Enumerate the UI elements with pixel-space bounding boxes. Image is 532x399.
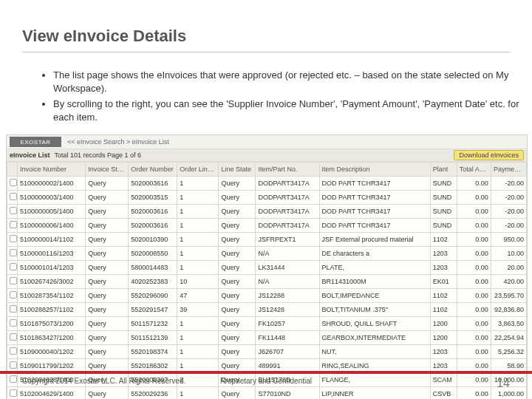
- cell-item: N/A: [256, 247, 319, 261]
- cell-total: 0.00: [457, 289, 491, 303]
- table-row[interactable]: 5100000005/1400Query50200036161QueryDODP…: [7, 205, 527, 219]
- col-invoice-state[interactable]: Invoice State: [86, 163, 129, 177]
- cell-plant: SUND: [430, 205, 457, 219]
- cell-line-state: Query: [219, 303, 256, 317]
- table-row[interactable]: 5100000116/1203Query50200085501QueryN/AD…: [7, 247, 527, 261]
- cell-order-number: 4020252383: [129, 275, 177, 289]
- cell-order-number: 5520296090: [129, 289, 177, 303]
- cell-invoice-state: Query: [86, 345, 129, 359]
- table-row[interactable]: 5101875073/1200Query50115712321QueryFK10…: [7, 317, 527, 331]
- cell-desc: BOLT,TITANIUM .375": [319, 303, 430, 317]
- col-invoice-number[interactable]: Invoice Number: [18, 163, 86, 177]
- row-expand-icon[interactable]: [7, 177, 18, 191]
- row-expand-icon[interactable]: [7, 289, 18, 303]
- cell-invoice-state: Query: [86, 191, 129, 205]
- col-line-state[interactable]: Line State: [219, 163, 256, 177]
- cell-total: 0.00: [457, 275, 491, 289]
- cell-total: 0.00: [457, 331, 491, 345]
- cell-item: FK10257: [256, 317, 319, 331]
- exostar-logo: EXOSTAR: [10, 137, 61, 147]
- cell-payment: 20.00: [491, 261, 526, 275]
- cell-desc: BOLT,IMPEDANCE: [319, 289, 430, 303]
- breadcrumb[interactable]: << eInvoice Search > eInvoice List: [67, 138, 169, 146]
- cell-order-number: 5520291547: [129, 303, 177, 317]
- cell-invoice-number: 5100000014/1102: [18, 233, 86, 247]
- cell-plant: SUND: [430, 191, 457, 205]
- table-row[interactable]: 5100000014/1102Query50200103901QueryJSFR…: [7, 233, 527, 247]
- cell-plant: SUND: [430, 177, 457, 191]
- row-expand-icon[interactable]: [7, 247, 18, 261]
- cell-order-line-id: 1: [177, 247, 219, 261]
- table-row[interactable]: 5100000006/1400Query50200036161QueryDODP…: [7, 219, 527, 233]
- col-order-line-id[interactable]: Order Line ID: [177, 163, 219, 177]
- cell-desc: PLATE,: [319, 261, 430, 275]
- cell-invoice-number: 5100267426/3002: [18, 275, 86, 289]
- cell-order-line-id: 1: [177, 177, 219, 191]
- table-row[interactable]: 5100287354/1102Query552029609047QueryJS1…: [7, 289, 527, 303]
- cell-total: 0.00: [457, 233, 491, 247]
- cell-item: DODPART3417A: [256, 205, 319, 219]
- col-payment-amt[interactable]: Payment Amt: [491, 163, 526, 177]
- cell-invoice-number: 5109000040/1202: [18, 345, 86, 359]
- cell-total: 0.00: [457, 191, 491, 205]
- cell-plant: 1200: [430, 331, 457, 345]
- cell-plant: EK01: [430, 275, 457, 289]
- cell-total: 0.00: [457, 177, 491, 191]
- row-expand-icon[interactable]: [7, 373, 18, 387]
- cell-item: DODPART3417A: [256, 177, 319, 191]
- cell-total: 0.00: [457, 261, 491, 275]
- cell-desc: DOD PART TCHR3417: [319, 205, 430, 219]
- cell-plant: 1203: [430, 247, 457, 261]
- row-expand-icon[interactable]: [7, 345, 18, 359]
- list-header: eInvoice List Total 101 records Page 1 o…: [7, 149, 527, 162]
- cell-item: JSFRPEXT1: [256, 233, 319, 247]
- download-einvoices-button[interactable]: Download eInvoices: [454, 150, 524, 160]
- table-row[interactable]: 5100267426/3002Query402025238310QueryN/A…: [7, 275, 527, 289]
- cell-line-state: Query: [219, 317, 256, 331]
- cell-order-line-id: 1: [177, 317, 219, 331]
- row-expand-icon[interactable]: [7, 275, 18, 289]
- cell-invoice-state: Query: [86, 219, 129, 233]
- cell-order-number: 5520198374: [129, 345, 177, 359]
- row-expand-icon[interactable]: [7, 261, 18, 275]
- col-item-part[interactable]: Item/Part No.: [256, 163, 319, 177]
- cell-invoice-state: Query: [86, 247, 129, 261]
- row-expand-icon[interactable]: [7, 387, 18, 400]
- row-expand-icon[interactable]: [7, 219, 18, 233]
- cell-desc: SHROUD, QUILL SHAFT: [319, 317, 430, 331]
- table-row[interactable]: 5109000040/1202Query55201983741QueryJ626…: [7, 345, 527, 359]
- cell-order-line-id: 1: [177, 205, 219, 219]
- cell-desc: DOD PART TCHR3417: [319, 191, 430, 205]
- table-row[interactable]: 5100000003/1400Query50200035151QueryDODP…: [7, 191, 527, 205]
- row-expand-icon[interactable]: [7, 233, 18, 247]
- row-expand-icon[interactable]: [7, 303, 18, 317]
- cell-line-state: Query: [219, 289, 256, 303]
- col-total-amount[interactable]: Total Amount: [457, 163, 491, 177]
- cell-line-state: Query: [219, 275, 256, 289]
- table-row[interactable]: 5100288257/1102Query552029154739QueryJS1…: [7, 303, 527, 317]
- table-row[interactable]: 5101863427/1200Query50115121391QueryFK11…: [7, 331, 527, 345]
- col-item-desc[interactable]: Item Description: [319, 163, 430, 177]
- cell-invoice-state: Query: [86, 317, 129, 331]
- cell-invoice-number: 5100000002/1400: [18, 177, 86, 191]
- cell-invoice-state: Query: [86, 331, 129, 345]
- cell-invoice-state: Query: [86, 205, 129, 219]
- col-order-number[interactable]: Order Number: [129, 163, 177, 177]
- cell-order-line-id: 1: [177, 345, 219, 359]
- row-expand-icon[interactable]: [7, 317, 18, 331]
- list-meta: Total 101 records Page 1 of 6: [55, 151, 142, 159]
- col-expand: [7, 163, 18, 177]
- cell-payment: 420.00: [491, 275, 526, 289]
- cell-desc: GEARBOX,INTERMEDIATE: [319, 331, 430, 345]
- row-expand-icon[interactable]: [7, 191, 18, 205]
- row-expand-icon[interactable]: [7, 331, 18, 345]
- cell-line-state: Query: [219, 205, 256, 219]
- einvoice-app: EXOSTAR << eInvoice Search > eInvoice Li…: [6, 134, 528, 399]
- table-row[interactable]: 5100001014/1203Query58000144831QueryLK31…: [7, 261, 527, 275]
- cell-payment: -20.00: [491, 191, 526, 205]
- col-plant[interactable]: Plant: [430, 163, 457, 177]
- cell-payment: 23,595.70: [491, 289, 526, 303]
- cell-total: 0.00: [457, 345, 491, 359]
- table-row[interactable]: 5100000002/1400Query50200036161QueryDODP…: [7, 177, 527, 191]
- row-expand-icon[interactable]: [7, 205, 18, 219]
